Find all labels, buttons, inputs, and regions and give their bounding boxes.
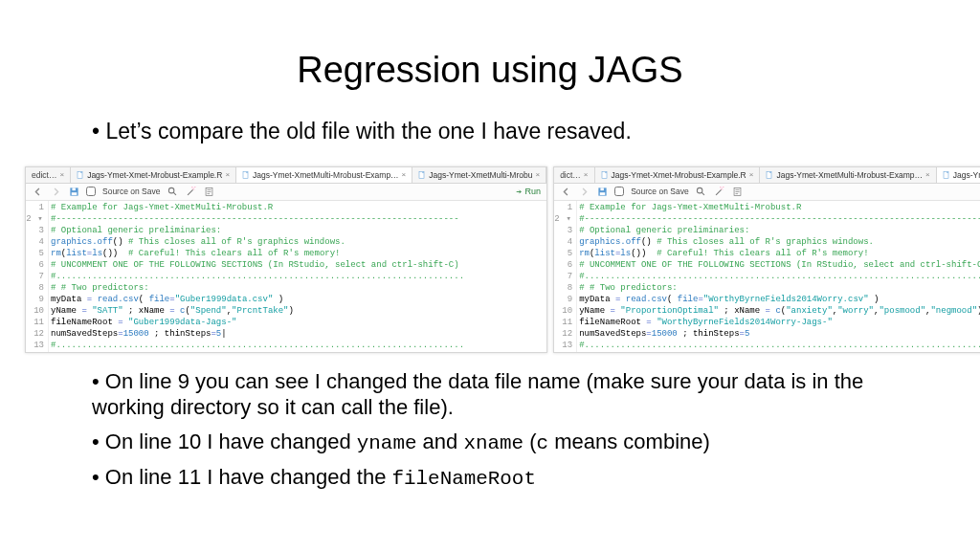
code-line[interactable]: fileNameRoot = "Guber1999data-Jags-" xyxy=(51,317,545,328)
code-line[interactable]: # # Two predictors: xyxy=(579,282,980,294)
editor-tab[interactable]: edict…× xyxy=(26,167,71,183)
svg-rect-12 xyxy=(600,187,603,190)
code-line[interactable]: #.......................................… xyxy=(51,271,545,282)
source-on-save-label: Source on Save xyxy=(102,187,160,196)
editor-toolbar: Source on SaveRunSource xyxy=(554,184,980,201)
editor-tab[interactable]: dict…× xyxy=(554,167,594,183)
code-line[interactable]: numSavedSteps=15000 ; thinSteps=5| xyxy=(51,328,545,340)
editor-tab[interactable]: Jags-Ymet-XmetMulti-Mrobu× xyxy=(412,167,546,183)
lead-bullet: Let’s compare the old file with the one … xyxy=(92,118,902,145)
report-icon[interactable] xyxy=(203,186,214,197)
code-line[interactable]: #.......................................… xyxy=(579,340,980,351)
report-icon[interactable] xyxy=(732,186,744,197)
tab-label: Jags-Ymet-Xmet-Mrobust-Example.R xyxy=(87,170,222,180)
inline-code: c xyxy=(537,432,549,454)
code-line[interactable]: myData = read.csv( file="WorthyByrneFiel… xyxy=(579,294,980,305)
close-icon[interactable]: × xyxy=(749,170,754,179)
bullet-text: and xyxy=(416,430,463,453)
tab-bar: edict…×Jags-Ymet-Xmet-Mrobust-Example.R×… xyxy=(26,167,546,184)
code-line[interactable]: # # Two predictors: xyxy=(51,282,545,294)
svg-rect-5 xyxy=(71,192,77,195)
bottom-bullets: On line 9 you can see I changed the data… xyxy=(0,359,980,503)
code-line[interactable]: myData = read.csv( file="Guber1999data.c… xyxy=(51,294,545,305)
tab-label: Jags-Ymet-XmetMulti-Mrobu xyxy=(429,170,532,180)
bullet-text: On line 11 I have changed the xyxy=(105,465,392,489)
code-line[interactable]: # Optional generic preliminaries: xyxy=(579,225,980,236)
run-button[interactable]: Run xyxy=(515,187,542,196)
code-area[interactable]: # Example for Jags-Ymet-XmetMulti-Mrobus… xyxy=(49,201,546,352)
tab-label: Jags-Ymet-XmetMulti-Mrobust-Worth… xyxy=(953,170,980,180)
back-icon[interactable] xyxy=(32,186,43,197)
close-icon[interactable]: × xyxy=(584,170,589,179)
editor-tab[interactable]: Jags-Ymet-XmetMulti-Mrobust-Examp…× xyxy=(760,167,936,183)
close-icon[interactable]: × xyxy=(402,170,407,179)
code-line[interactable]: fileNameRoot = "WorthyByrneFields2014Wor… xyxy=(579,317,980,328)
code-line[interactable]: graphics.off() # This closes all of R's … xyxy=(579,236,980,248)
find-icon[interactable] xyxy=(696,186,707,197)
editor-toolbar: Source on SaveRun xyxy=(26,184,546,201)
tab-label: Jags-Ymet-Xmet-Mrobust-Example.R xyxy=(612,170,746,180)
r-file-icon xyxy=(77,171,84,179)
code-line[interactable]: yName = "ProportionOptimal" ; xName = c(… xyxy=(579,305,980,317)
save-icon[interactable] xyxy=(68,186,79,197)
comparison-panes: edict…×Jags-Ymet-Xmet-Mrobust-Example.R×… xyxy=(0,161,980,359)
code-line[interactable]: # UNCOMMENT ONE OF THE FOLLOWING SECTION… xyxy=(579,259,980,271)
gutter: 12 ▾345678910111213 xyxy=(554,201,577,352)
code-editor[interactable]: 12 ▾345678910111213# Example for Jags-Ym… xyxy=(554,201,980,352)
code-line[interactable]: # Example for Jags-Ymet-XmetMulti-Mrobus… xyxy=(579,202,980,213)
fold-icon[interactable]: ▾ xyxy=(36,213,44,225)
back-icon[interactable] xyxy=(560,186,571,197)
code-line[interactable]: yName = "SATT" ; xName = c("Spend","Prcn… xyxy=(51,305,545,317)
code-line[interactable]: numSavedSteps=15000 ; thinSteps=5 xyxy=(579,328,980,340)
code-line[interactable]: #.......................................… xyxy=(51,340,545,351)
editor-pane-right: dict…×Jags-Ymet-Xmet-Mrobust-Example.R×J… xyxy=(553,166,980,353)
code-editor[interactable]: 12 ▾345678910111213# Example for Jags-Ym… xyxy=(26,201,546,352)
tab-label: Jags-Ymet-XmetMulti-Mrobust-Examp… xyxy=(776,170,923,180)
gutter: 12 ▾345678910111213 xyxy=(26,201,49,352)
slide-title: Regression using JAGS xyxy=(0,0,980,108)
bullet-text: ( xyxy=(523,430,536,453)
forward-icon[interactable] xyxy=(578,186,590,197)
find-icon[interactable] xyxy=(167,186,178,197)
source-on-save-checkbox[interactable] xyxy=(86,187,96,196)
code-line[interactable]: #.......................................… xyxy=(579,271,980,282)
svg-point-14 xyxy=(697,187,702,193)
code-line[interactable]: rm(list=ls()) # Careful! This clears all… xyxy=(51,248,545,259)
close-icon[interactable]: × xyxy=(59,170,64,179)
wand-icon[interactable] xyxy=(714,186,725,197)
bullet-text: means combine) xyxy=(548,430,710,453)
r-file-icon xyxy=(601,171,609,179)
wand-icon[interactable] xyxy=(185,186,196,197)
code-line[interactable]: #---------------------------------------… xyxy=(579,213,980,225)
code-line[interactable]: rm(list=ls()) # Careful! This clears all… xyxy=(579,248,980,259)
code-line[interactable]: # Example for Jags-Ymet-XmetMulti-Mrobus… xyxy=(51,202,545,213)
forward-icon[interactable] xyxy=(50,186,61,197)
editor-tab[interactable]: Jags-Ymet-XmetMulti-Mrobust-Worth…× xyxy=(937,167,980,183)
svg-rect-4 xyxy=(72,187,75,190)
lead-bullets: Let’s compare the old file with the one … xyxy=(0,108,980,161)
bullet-item: On line 10 I have changed yname and xnam… xyxy=(92,429,902,456)
tab-label: Jags-Ymet-XmetMulti-Mrobust-Examp… xyxy=(253,170,399,180)
source-on-save-checkbox[interactable] xyxy=(614,187,624,196)
close-icon[interactable]: × xyxy=(535,170,540,179)
tab-label: edict… xyxy=(32,170,56,180)
close-icon[interactable]: × xyxy=(225,170,230,179)
code-line[interactable]: # UNCOMMENT ONE OF THE FOLLOWING SECTION… xyxy=(51,259,545,271)
code-line[interactable]: graphics.off() # This closes all of R's … xyxy=(51,236,545,248)
code-area[interactable]: # Example for Jags-Ymet-XmetMulti-Mrobus… xyxy=(577,201,980,352)
code-line[interactable]: #---------------------------------------… xyxy=(51,213,545,225)
close-icon[interactable]: × xyxy=(925,170,930,179)
bullet-text: On line 10 I have changed xyxy=(105,430,357,453)
editor-tab[interactable]: Jags-Ymet-XmetMulti-Mrobust-Examp…× xyxy=(236,167,412,183)
bullet-text: On line 9 you can see I changed the data… xyxy=(92,369,863,420)
editor-tab[interactable]: Jags-Ymet-Xmet-Mrobust-Example.R× xyxy=(71,167,236,183)
bullet-item: On line 9 you can see I changed the data… xyxy=(92,368,902,421)
editor-tab[interactable]: Jags-Ymet-Xmet-Mrobust-Example.R× xyxy=(595,167,761,183)
fold-icon[interactable]: ▾ xyxy=(565,213,572,225)
r-file-icon xyxy=(943,171,950,179)
code-line[interactable]: # Optional generic preliminaries: xyxy=(51,225,545,236)
r-file-icon xyxy=(766,171,773,179)
save-icon[interactable] xyxy=(596,186,608,197)
tab-bar: dict…×Jags-Ymet-Xmet-Mrobust-Example.R×J… xyxy=(554,167,980,184)
inline-code: fileNameRoot xyxy=(392,468,536,490)
